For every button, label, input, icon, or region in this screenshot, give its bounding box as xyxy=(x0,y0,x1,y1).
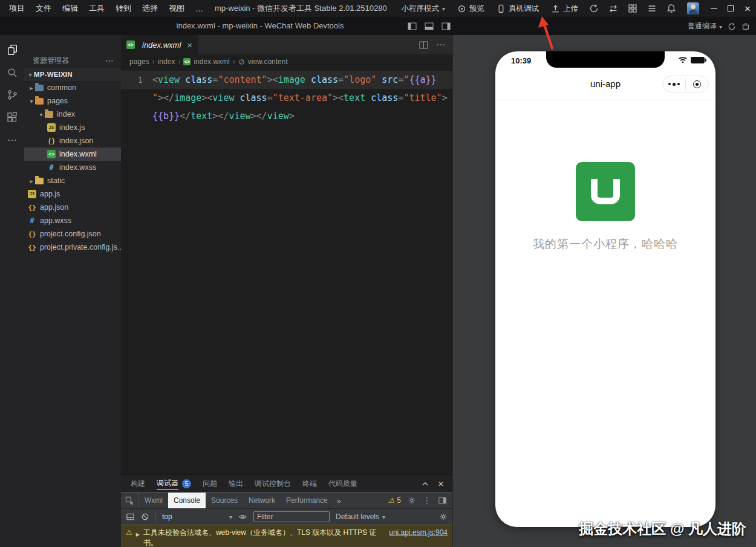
more-icon[interactable] xyxy=(436,39,445,50)
tree-item-static[interactable]: ▸static xyxy=(24,174,121,187)
editor-tab-index.wxml[interactable]: index.wxml xyxy=(121,35,198,54)
filter-input[interactable] xyxy=(253,511,330,522)
menu-item-5[interactable]: 选择 xyxy=(137,3,163,14)
menu-item-6[interactable]: 视图 xyxy=(163,3,190,14)
preview-button[interactable]: 预览 xyxy=(451,4,490,14)
close-panel-icon[interactable] xyxy=(438,479,444,489)
more-menu-icon[interactable] xyxy=(663,83,685,86)
devtools-tab-performance[interactable]: Performance xyxy=(281,493,333,508)
menu-item-3[interactable]: 工具 xyxy=(83,3,110,14)
file-name: index.wxml xyxy=(59,150,97,158)
switch-icon[interactable] xyxy=(604,0,623,17)
clear-console-icon[interactable] xyxy=(141,513,149,521)
toggle-simulator-icon[interactable] xyxy=(442,22,451,30)
dock-side-icon[interactable] xyxy=(438,496,447,505)
log-levels-select[interactable]: Default levels xyxy=(336,513,385,521)
kebab-menu-icon[interactable] xyxy=(423,496,431,505)
tree-item-index.wxml[interactable]: index.wxml xyxy=(24,147,121,161)
explorer-header: 资源管理器 xyxy=(24,53,121,68)
panel-tab-2[interactable]: 问题 xyxy=(203,475,217,492)
mini-program-navbar: uni-app xyxy=(495,68,715,100)
tree-item-index.wxss[interactable]: index.wxss xyxy=(24,161,121,174)
tree-item-index[interactable]: ▾index xyxy=(24,108,121,121)
menu-item-2[interactable]: 编辑 xyxy=(57,3,83,14)
breadcrumb-pages[interactable]: pages xyxy=(129,57,149,66)
panel-tab-6[interactable]: 代码质量 xyxy=(328,475,357,492)
tree-item-project.config.json[interactable]: project.config.json xyxy=(24,227,121,241)
capsule-button[interactable] xyxy=(662,76,709,92)
titlebar: 项目文件编辑工具转到选择视图… mp-weixin - 微信开发者工具 Stab… xyxy=(0,0,756,17)
tree-item-app.wxss[interactable]: app.wxss xyxy=(24,214,121,227)
symbol-icon xyxy=(238,59,245,65)
project-root-row[interactable]: ▾ MP-WEIXIN xyxy=(24,68,121,81)
activity-bar xyxy=(0,35,24,547)
menu-item-1[interactable]: 文件 xyxy=(30,3,57,14)
more-tabs-icon[interactable] xyxy=(333,493,345,508)
devtools-tab-network[interactable]: Network xyxy=(243,493,281,508)
toggle-sidebar-icon[interactable] xyxy=(408,22,417,30)
chevron-expanded-icon: ▾ xyxy=(28,98,35,105)
expand-triangle-icon[interactable] xyxy=(136,528,140,547)
minimize-button[interactable] xyxy=(705,0,722,17)
panel-tab-3[interactable]: 输出 xyxy=(229,475,243,492)
code-line-2[interactable]: "></image><view class="text-area"><text … xyxy=(121,89,452,107)
compile-mode-select[interactable]: 普通编译 xyxy=(688,21,722,31)
tree-item-pages[interactable]: ▾pages xyxy=(24,94,121,108)
gear-icon[interactable] xyxy=(408,496,416,505)
clear-cache-icon[interactable] xyxy=(741,22,750,31)
refresh-icon[interactable] xyxy=(728,22,736,31)
close-tab-icon[interactable] xyxy=(187,40,192,50)
panel-tab-1[interactable]: 调试器5 xyxy=(157,475,191,492)
tree-item-project.private.config.js...[interactable]: project.private.config.js... xyxy=(24,241,121,254)
context-select[interactable]: top xyxy=(162,513,232,521)
breadcrumb-symbol[interactable]: view.content xyxy=(248,57,288,66)
devtools-tab-sources[interactable]: Sources xyxy=(206,493,243,508)
source-control-icon[interactable] xyxy=(7,89,18,100)
notification-icon[interactable] xyxy=(662,0,681,17)
phone-simulator[interactable]: 10:39 uni-app 我的第一个小程序，哈哈哈 xyxy=(495,51,715,527)
tree-item-app.json[interactable]: app.json xyxy=(24,201,121,214)
tree-item-index.js[interactable]: index.js xyxy=(24,121,121,134)
avatar[interactable] xyxy=(687,2,699,15)
panel-tab-4[interactable]: 调试控制台 xyxy=(255,475,291,492)
source-link[interactable]: uni.api.esm.js:904 xyxy=(389,528,448,538)
grid-icon[interactable] xyxy=(623,0,642,17)
console-drawer-icon[interactable] xyxy=(126,513,135,521)
menu-item-7[interactable]: … xyxy=(190,4,209,13)
devtools-tab-wxml[interactable]: Wxml xyxy=(139,493,168,508)
exit-record-icon[interactable] xyxy=(686,80,708,88)
toggle-panel-icon[interactable] xyxy=(425,22,434,30)
menu-item-0[interactable]: 项目 xyxy=(4,3,30,14)
tree-item-app.js[interactable]: app.js xyxy=(24,187,121,201)
devtools-tab-console[interactable]: Console xyxy=(168,493,206,508)
mini-program-mode-select[interactable]: 小程序模式 xyxy=(395,4,451,14)
chevron-up-icon[interactable] xyxy=(422,481,429,487)
extensions-icon[interactable] xyxy=(7,112,18,123)
menu-item-4[interactable]: 转到 xyxy=(110,3,137,14)
breadcrumb-index[interactable]: index xyxy=(158,57,175,66)
eye-icon[interactable] xyxy=(238,513,247,521)
code-line-1[interactable]: 1<view class="content"><image class="log… xyxy=(121,71,452,89)
split-editor-icon[interactable] xyxy=(419,41,428,49)
code-line-3[interactable]: {{b}}</text></view></view> xyxy=(121,107,452,125)
sync-icon[interactable] xyxy=(584,0,604,17)
maximize-button[interactable] xyxy=(722,0,739,17)
chevron-right-icon xyxy=(152,57,155,66)
upload-button[interactable]: 上传 xyxy=(545,4,584,14)
tree-item-common[interactable]: ▸common xyxy=(24,81,121,94)
close-button[interactable] xyxy=(739,0,756,17)
remote-debug-button[interactable]: 真机调试 xyxy=(490,4,545,14)
more-actions-icon[interactable] xyxy=(7,134,17,146)
menu-icon[interactable] xyxy=(642,0,662,17)
more-icon[interactable] xyxy=(105,56,114,65)
explorer-icon[interactable] xyxy=(7,44,18,56)
project-root-label: MP-WEIXIN xyxy=(34,71,73,78)
warning-count[interactable]: 5 xyxy=(388,496,401,505)
panel-tab-0[interactable]: 构建 xyxy=(131,475,145,492)
inspect-element-icon[interactable] xyxy=(121,493,139,508)
tree-item-index.json[interactable]: index.json xyxy=(24,134,121,147)
settings-gear-icon[interactable] xyxy=(439,513,448,521)
breadcrumb-file[interactable]: index.wxml xyxy=(194,57,229,66)
panel-tab-5[interactable]: 终端 xyxy=(302,475,317,492)
search-icon[interactable] xyxy=(7,67,18,78)
